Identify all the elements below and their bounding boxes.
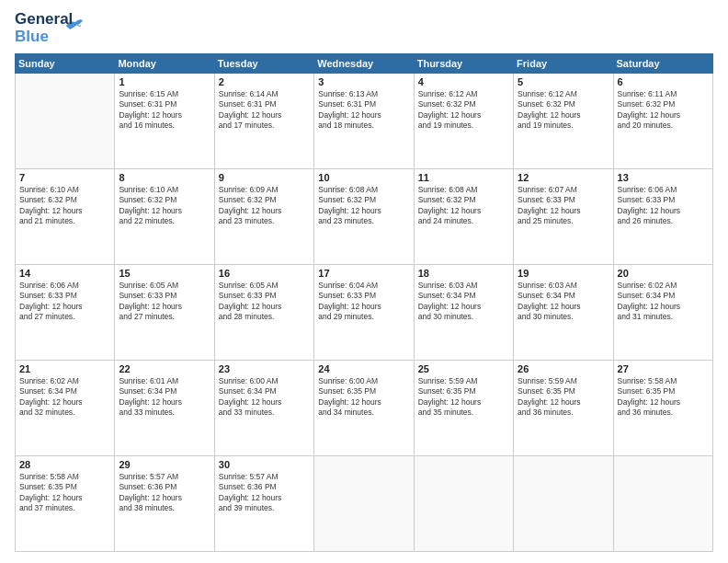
cell-day-number: 27 <box>618 363 709 374</box>
cell-info: Sunrise: 6:15 AM Sunset: 6:31 PM Dayligh… <box>119 89 210 132</box>
calendar-cell: 29Sunrise: 5:57 AM Sunset: 6:36 PM Dayli… <box>115 456 214 552</box>
cell-info: Sunrise: 6:03 AM Sunset: 6:34 PM Dayligh… <box>418 281 509 323</box>
cell-info: Sunrise: 6:04 AM Sunset: 6:33 PM Dayligh… <box>318 281 409 323</box>
cell-info: Sunrise: 6:12 AM Sunset: 6:32 PM Dayligh… <box>418 89 509 132</box>
cell-day-number: 14 <box>19 268 110 279</box>
calendar-cell: 7Sunrise: 6:10 AM Sunset: 6:32 PM Daylig… <box>16 169 115 265</box>
cell-day-number: 7 <box>19 172 110 183</box>
cell-info: Sunrise: 5:57 AM Sunset: 6:36 PM Dayligh… <box>219 472 310 514</box>
cell-day-number: 1 <box>119 76 210 87</box>
cell-day-number: 15 <box>119 268 210 279</box>
cell-day-number: 9 <box>219 172 310 183</box>
cell-info: Sunrise: 6:10 AM Sunset: 6:32 PM Dayligh… <box>19 185 110 227</box>
calendar-cell <box>16 74 115 169</box>
day-header-saturday: Saturday <box>613 54 712 74</box>
cell-info: Sunrise: 6:06 AM Sunset: 6:33 PM Dayligh… <box>19 281 110 323</box>
cell-info: Sunrise: 6:13 AM Sunset: 6:31 PM Dayligh… <box>318 89 409 132</box>
calendar-cell: 6Sunrise: 6:11 AM Sunset: 6:32 PM Daylig… <box>613 74 712 169</box>
day-header-monday: Monday <box>115 54 214 74</box>
cell-info: Sunrise: 5:59 AM Sunset: 6:35 PM Dayligh… <box>518 376 609 419</box>
calendar-cell: 28Sunrise: 5:58 AM Sunset: 6:35 PM Dayli… <box>16 456 115 552</box>
calendar-cell: 14Sunrise: 6:06 AM Sunset: 6:33 PM Dayli… <box>16 265 115 361</box>
cell-day-number: 5 <box>518 76 609 87</box>
calendar-cell: 17Sunrise: 6:04 AM Sunset: 6:33 PM Dayli… <box>314 265 414 361</box>
cell-day-number: 30 <box>219 459 310 470</box>
cell-day-number: 28 <box>19 459 110 470</box>
cell-day-number: 4 <box>418 76 509 87</box>
cell-day-number: 6 <box>618 76 709 87</box>
cell-day-number: 24 <box>318 363 409 374</box>
cell-day-number: 19 <box>518 268 609 279</box>
calendar-cell: 22Sunrise: 6:01 AM Sunset: 6:34 PM Dayli… <box>115 361 214 456</box>
cell-info: Sunrise: 6:05 AM Sunset: 6:33 PM Dayligh… <box>119 281 210 323</box>
calendar-cell: 16Sunrise: 6:05 AM Sunset: 6:33 PM Dayli… <box>214 265 313 361</box>
cell-info: Sunrise: 6:08 AM Sunset: 6:32 PM Dayligh… <box>418 185 509 227</box>
cell-info: Sunrise: 6:02 AM Sunset: 6:34 PM Dayligh… <box>618 281 709 323</box>
cell-info: Sunrise: 5:58 AM Sunset: 6:35 PM Dayligh… <box>618 376 709 419</box>
logo-general: General <box>15 11 63 29</box>
calendar-cell: 26Sunrise: 5:59 AM Sunset: 6:35 PM Dayli… <box>514 361 613 456</box>
cell-day-number: 26 <box>518 363 609 374</box>
cell-day-number: 12 <box>518 172 609 183</box>
cell-info: Sunrise: 6:14 AM Sunset: 6:31 PM Dayligh… <box>219 89 310 132</box>
cell-info: Sunrise: 5:59 AM Sunset: 6:35 PM Dayligh… <box>418 376 509 419</box>
logo: General Blue <box>15 11 85 48</box>
cell-info: Sunrise: 6:05 AM Sunset: 6:33 PM Dayligh… <box>219 281 310 323</box>
header: General Blue <box>15 11 713 48</box>
cell-info: Sunrise: 5:58 AM Sunset: 6:35 PM Dayligh… <box>19 472 110 514</box>
cell-day-number: 21 <box>19 363 110 374</box>
cell-info: Sunrise: 6:07 AM Sunset: 6:33 PM Dayligh… <box>518 185 609 227</box>
calendar-cell: 2Sunrise: 6:14 AM Sunset: 6:31 PM Daylig… <box>214 74 313 169</box>
calendar-cell: 23Sunrise: 6:00 AM Sunset: 6:34 PM Dayli… <box>214 361 313 456</box>
day-header-tuesday: Tuesday <box>214 54 313 74</box>
day-header-sunday: Sunday <box>16 54 115 74</box>
cell-day-number: 29 <box>119 459 210 470</box>
calendar-cell: 12Sunrise: 6:07 AM Sunset: 6:33 PM Dayli… <box>514 169 613 265</box>
calendar-cell: 10Sunrise: 6:08 AM Sunset: 6:32 PM Dayli… <box>314 169 414 265</box>
calendar-cell: 1Sunrise: 6:15 AM Sunset: 6:31 PM Daylig… <box>115 74 214 169</box>
calendar-cell: 27Sunrise: 5:58 AM Sunset: 6:35 PM Dayli… <box>613 361 712 456</box>
calendar-cell: 13Sunrise: 6:06 AM Sunset: 6:33 PM Dayli… <box>613 169 712 265</box>
calendar-cell: 19Sunrise: 6:03 AM Sunset: 6:34 PM Dayli… <box>514 265 613 361</box>
cell-day-number: 2 <box>219 76 310 87</box>
calendar-cell <box>414 456 513 552</box>
calendar-cell: 18Sunrise: 6:03 AM Sunset: 6:34 PM Dayli… <box>414 265 513 361</box>
cell-day-number: 3 <box>318 76 409 87</box>
calendar-cell: 4Sunrise: 6:12 AM Sunset: 6:32 PM Daylig… <box>414 74 513 169</box>
day-header-wednesday: Wednesday <box>314 54 414 74</box>
cell-info: Sunrise: 6:00 AM Sunset: 6:34 PM Dayligh… <box>219 376 310 419</box>
cell-day-number: 17 <box>318 268 409 279</box>
cell-info: Sunrise: 6:09 AM Sunset: 6:32 PM Dayligh… <box>219 185 310 227</box>
cell-info: Sunrise: 6:10 AM Sunset: 6:32 PM Dayligh… <box>119 185 210 227</box>
calendar-cell: 15Sunrise: 6:05 AM Sunset: 6:33 PM Dayli… <box>115 265 214 361</box>
calendar-cell <box>314 456 414 552</box>
cell-day-number: 10 <box>318 172 409 183</box>
cell-day-number: 13 <box>618 172 709 183</box>
calendar-cell <box>613 456 712 552</box>
cell-info: Sunrise: 5:57 AM Sunset: 6:36 PM Dayligh… <box>119 472 210 514</box>
cell-day-number: 20 <box>618 268 709 279</box>
day-header-friday: Friday <box>514 54 613 74</box>
cell-day-number: 8 <box>119 172 210 183</box>
cell-day-number: 16 <box>219 268 310 279</box>
calendar-cell: 9Sunrise: 6:09 AM Sunset: 6:32 PM Daylig… <box>214 169 313 265</box>
logo-blue: Blue <box>15 29 63 46</box>
calendar-cell: 24Sunrise: 6:00 AM Sunset: 6:35 PM Dayli… <box>314 361 414 456</box>
page: General Blue SundayMondayTuesdayWednesda… <box>0 0 728 563</box>
cell-day-number: 25 <box>418 363 509 374</box>
calendar-cell: 3Sunrise: 6:13 AM Sunset: 6:31 PM Daylig… <box>314 74 414 169</box>
calendar-table: SundayMondayTuesdayWednesdayThursdayFrid… <box>15 53 713 552</box>
cell-info: Sunrise: 6:01 AM Sunset: 6:34 PM Dayligh… <box>119 376 210 419</box>
calendar-cell: 8Sunrise: 6:10 AM Sunset: 6:32 PM Daylig… <box>115 169 214 265</box>
calendar-cell: 11Sunrise: 6:08 AM Sunset: 6:32 PM Dayli… <box>414 169 513 265</box>
cell-info: Sunrise: 6:11 AM Sunset: 6:32 PM Dayligh… <box>618 89 709 132</box>
cell-info: Sunrise: 6:03 AM Sunset: 6:34 PM Dayligh… <box>518 281 609 323</box>
calendar-cell: 30Sunrise: 5:57 AM Sunset: 6:36 PM Dayli… <box>214 456 313 552</box>
cell-day-number: 18 <box>418 268 509 279</box>
calendar-cell: 5Sunrise: 6:12 AM Sunset: 6:32 PM Daylig… <box>514 74 613 169</box>
cell-day-number: 23 <box>219 363 310 374</box>
cell-day-number: 11 <box>418 172 509 183</box>
day-header-thursday: Thursday <box>414 54 513 74</box>
calendar-cell: 20Sunrise: 6:02 AM Sunset: 6:34 PM Dayli… <box>613 265 712 361</box>
cell-info: Sunrise: 6:08 AM Sunset: 6:32 PM Dayligh… <box>318 185 409 227</box>
